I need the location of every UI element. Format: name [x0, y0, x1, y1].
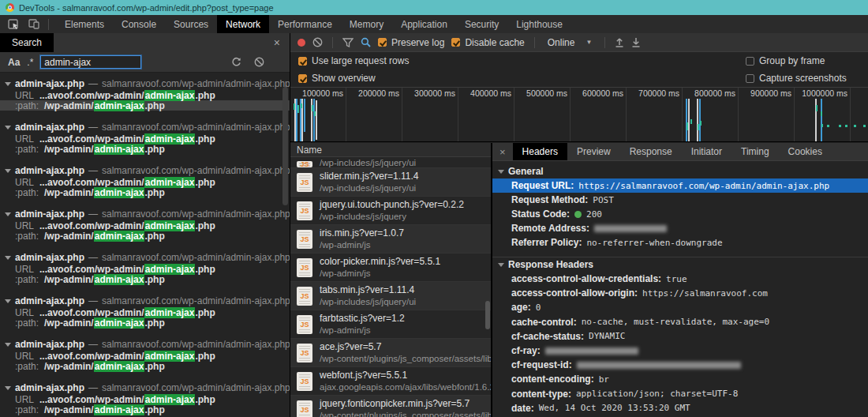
request-row[interactable]: JS /wp-includes/js/jquery/ui: [290, 157, 491, 168]
request-row[interactable]: JS jquery.ui.touch-punch.js?ver=0.2.2 /w…: [290, 197, 491, 225]
search-result-header[interactable]: admin-ajax.php — salmanravoof.com/wp-adm…: [0, 338, 290, 351]
device-toolbar-icon[interactable]: [25, 17, 43, 32]
devtools-tab[interactable]: Console: [113, 15, 165, 33]
close-search-icon[interactable]: ×: [264, 37, 290, 48]
search-result-header[interactable]: admin-ajax.php — salmanravoof.com/wp-adm…: [0, 164, 290, 177]
expander-icon[interactable]: [5, 169, 11, 173]
search-result-line-url[interactable]: URL ...avoof.com/wp-admin/admin-ajax.php: [0, 90, 290, 100]
expander-icon[interactable]: [5, 212, 11, 216]
devtools-tab[interactable]: Memory: [341, 15, 392, 33]
requests-scrollbar[interactable]: [485, 301, 490, 329]
header-kv-row[interactable]: Referrer Policy: no-referrer-when-downgr…: [492, 235, 868, 250]
search-drawer-tab[interactable]: Search: [0, 33, 54, 52]
header-kv-row[interactable]: Request URL: https://salmanravoof.com/wp…: [492, 178, 868, 193]
header-kv-row[interactable]: content-type: application/json; charset=…: [492, 387, 868, 401]
expander-icon[interactable]: [5, 82, 11, 86]
details-tab[interactable]: Response: [620, 143, 682, 160]
search-result-header[interactable]: admin-ajax.php — salmanravoof.com/wp-adm…: [0, 121, 290, 133]
name-column-header[interactable]: Name: [290, 143, 491, 157]
devtools-tab[interactable]: Lighthouse: [507, 15, 571, 33]
search-result-line-url[interactable]: URL ...avoof.com/wp-admin/admin-ajax.php: [0, 177, 290, 187]
match-case-toggle[interactable]: Aa: [8, 57, 20, 68]
header-kv-row[interactable]: date: Wed, 14 Oct 2020 13:53:20 GMT: [492, 401, 868, 415]
response-headers-section-header[interactable]: Response Headers: [492, 257, 868, 272]
request-row[interactable]: JS color-picker.min.js?ver=5.5.1 /wp-adm…: [290, 254, 491, 282]
search-result-header[interactable]: admin-ajax.php — salmanravoof.com/wp-adm…: [0, 295, 290, 307]
search-result-line-url[interactable]: URL ...avoof.com/wp-admin/admin-ajax.php: [0, 351, 290, 361]
search-result-line-url[interactable]: URL ...avoof.com/wp-admin/admin-ajax.php: [0, 394, 290, 404]
expander-icon[interactable]: [5, 343, 11, 347]
preserve-log-checkbox[interactable]: [378, 38, 387, 47]
details-tab[interactable]: Headers: [513, 143, 567, 160]
devtools-tab[interactable]: Sources: [165, 15, 217, 33]
filter-icon[interactable]: [342, 38, 354, 47]
expander-icon[interactable]: [5, 256, 11, 260]
search-result-line-path[interactable]: :path: /wp-admin/admin-ajax.php: [0, 317, 290, 328]
search-input[interactable]: [40, 55, 141, 69]
search-result-header[interactable]: admin-ajax.php — salmanravoof.com/wp-adm…: [0, 208, 290, 220]
close-details-icon[interactable]: ×: [492, 143, 513, 160]
search-result-line-path[interactable]: :path: /wp-admin/admin-ajax.php: [0, 187, 290, 197]
expander-icon[interactable]: [5, 299, 11, 303]
search-result-line-url[interactable]: URL ...avoof.com/wp-admin/admin-ajax.php: [0, 133, 290, 144]
import-har-icon[interactable]: [615, 37, 624, 47]
search-result-line-path[interactable]: :path: /wp-admin/admin-ajax.php: [0, 274, 290, 284]
search-result-line-path[interactable]: :path: /wp-admin/admin-ajax.php: [0, 404, 290, 415]
throttling-dropdown[interactable]: Online ▼: [544, 37, 596, 48]
search-result-line-path[interactable]: :path: /wp-admin/admin-ajax.php: [0, 231, 290, 241]
header-kv-row[interactable]: cf-ray:: [492, 344, 868, 358]
request-row[interactable]: JS ace.js?ver=5.7 /wp-content/plugins/js…: [290, 339, 491, 367]
header-kv-row[interactable]: cf-request-id:: [492, 358, 868, 372]
request-row[interactable]: JS webfont.js?ver=5.5.1 ajax.googleapis.…: [290, 367, 491, 396]
general-section-header[interactable]: General: [492, 164, 868, 178]
show-overview-checkbox[interactable]: [298, 74, 307, 83]
use-large-rows-checkbox[interactable]: [298, 57, 307, 66]
network-overview-timeline[interactable]: 100000 ms 200000 ms 300000 ms 400000 ms …: [290, 87, 868, 142]
search-result-header[interactable]: admin-ajax.php — salmanravoof.com/wp-adm…: [0, 77, 290, 90]
search-result-line-url[interactable]: URL ...avoof.com/wp-admin/admin-ajax.php: [0, 307, 290, 317]
request-row[interactable]: JS jquery.fonticonpicker.min.js?ver=5.7 …: [290, 396, 491, 417]
header-kv-row[interactable]: access-control-allow-origin: https://sal…: [492, 286, 868, 300]
expander-icon[interactable]: [498, 263, 504, 267]
details-tab[interactable]: Preview: [567, 143, 620, 160]
search-result-line-path[interactable]: :path: /wp-admin/admin-ajax.php: [0, 100, 290, 111]
expander-icon[interactable]: [5, 386, 11, 390]
search-result-line-url[interactable]: URL ...avoof.com/wp-admin/admin-ajax.php: [0, 220, 290, 231]
header-kv-row[interactable]: cache-control: no-cache, must-revalidate…: [492, 315, 868, 329]
search-results-scrollbar[interactable]: [282, 87, 288, 205]
expander-icon[interactable]: [498, 170, 504, 174]
network-search-icon[interactable]: [361, 37, 371, 47]
header-kv-row[interactable]: Remote Address:: [492, 221, 868, 235]
devtools-tab[interactable]: Network: [217, 15, 269, 33]
details-tab[interactable]: Initiator: [682, 143, 731, 160]
regex-toggle[interactable]: .*: [27, 57, 33, 68]
search-result-line-path[interactable]: :path: /wp-admin/admin-ajax.php: [0, 361, 290, 371]
clear-network-log-icon[interactable]: [312, 37, 323, 47]
request-row[interactable]: JS slider.min.js?ver=1.11.4 /wp-includes…: [290, 168, 491, 197]
search-result-header[interactable]: admin-ajax.php — salmanravoof.com/wp-adm…: [0, 381, 290, 394]
header-kv-row[interactable]: access-control-allow-credentials: true: [492, 272, 868, 286]
search-result-header[interactable]: admin-ajax.php — salmanravoof.com/wp-adm…: [0, 251, 290, 264]
record-icon[interactable]: [297, 39, 305, 47]
search-result-line-url[interactable]: URL ...avoof.com/wp-admin/admin-ajax.php: [0, 264, 290, 274]
header-kv-row[interactable]: Status Code: 200: [492, 207, 868, 221]
request-row[interactable]: JS tabs.min.js?ver=1.11.4 /wp-includes/j…: [290, 282, 491, 310]
devtools-tab[interactable]: Elements: [56, 15, 113, 33]
clear-search-icon[interactable]: [254, 57, 264, 67]
export-har-icon[interactable]: [631, 37, 641, 47]
request-row[interactable]: JS iris.min.js?ver=1.0.7 /wp-admin/js: [290, 225, 491, 254]
devtools-tab[interactable]: Application: [392, 15, 456, 33]
header-kv-row[interactable]: content-encoding: br: [492, 372, 868, 386]
header-kv-row[interactable]: Request Method: POST: [492, 193, 868, 207]
header-kv-row[interactable]: age: 0: [492, 300, 868, 314]
disable-cache-checkbox[interactable]: [451, 38, 460, 47]
inspect-element-icon[interactable]: [5, 17, 22, 32]
expander-icon[interactable]: [5, 126, 11, 130]
devtools-tab[interactable]: Performance: [269, 15, 341, 33]
search-result-line-path[interactable]: :path: /wp-admin/admin-ajax.php: [0, 144, 290, 154]
request-row[interactable]: JS farbtastic.js?ver=1.2 /wp-admin/js: [290, 310, 491, 339]
header-kv-row[interactable]: cf-cache-status: DYNAMIC: [492, 329, 868, 344]
details-tab[interactable]: Timing: [731, 143, 779, 160]
refresh-icon[interactable]: [231, 57, 241, 67]
group-by-frame-checkbox[interactable]: [746, 57, 754, 66]
